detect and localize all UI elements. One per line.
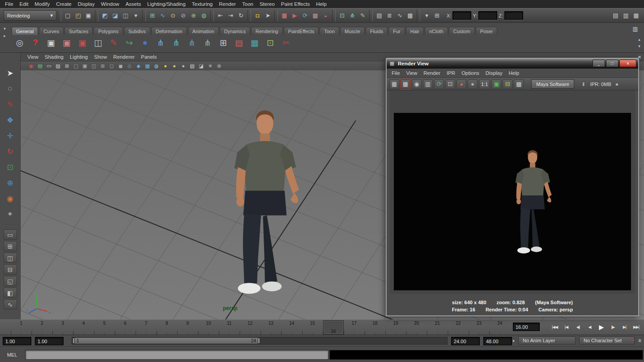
make-live-icon[interactable]: ◍ [199, 10, 209, 21]
shelf-tab-animation[interactable]: Animation [188, 27, 219, 35]
isolate-select-icon[interactable]: ▧ [188, 62, 196, 70]
frame-8[interactable]: 8 [157, 321, 178, 327]
go-to-start-button[interactable]: |◀◀ [549, 322, 560, 332]
render-view-menu-options[interactable]: Options [458, 70, 482, 76]
quick-select-arrow-icon[interactable]: ▾ [422, 10, 432, 21]
frame-10[interactable]: 10 [198, 321, 219, 327]
hypergraph-icon[interactable]: ⋔ [347, 10, 358, 21]
frame-17[interactable]: 17 [344, 321, 365, 327]
render-region-icon[interactable]: ⊡ [445, 79, 455, 89]
toolbar-separator[interactable] [417, 10, 420, 22]
use-default-material-icon[interactable]: ◍ [152, 62, 161, 70]
snap-to-curve-icon[interactable]: ∿ [158, 10, 168, 21]
cut-faces-shelf-icon[interactable]: ✂ [279, 35, 293, 50]
displacement-shelf-icon[interactable]: ⊡ [263, 35, 277, 50]
select-by-hierarchy-icon[interactable]: ◩ [100, 10, 110, 21]
curve-layout-button[interactable]: ∿ [4, 299, 17, 310]
outliner-icon[interactable]: ≣ [384, 10, 395, 21]
ipr-render-icon[interactable]: ▥ [423, 79, 433, 89]
shelf-tab-muscle[interactable]: Muscle [340, 27, 365, 35]
render-current-frame-icon[interactable]: ▶ [290, 10, 300, 21]
launch-render-icon[interactable]: ◒ [320, 10, 331, 21]
frame-21[interactable]: 21 [427, 321, 448, 327]
toon-outline-shelf-icon[interactable]: ↪ [122, 35, 136, 50]
toolbar-separator[interactable] [142, 10, 146, 22]
shadows-icon[interactable]: ● [179, 62, 188, 70]
menu-set-selector[interactable]: Rendering ▾ [4, 10, 56, 21]
two-pane-stacked-layout-button[interactable]: ⊟ [4, 264, 17, 275]
smooth-shade-icon[interactable]: ◆ [134, 62, 143, 70]
panel-menu-view[interactable]: View [24, 54, 42, 60]
shelf-tab-dynamics[interactable]: Dynamics [220, 27, 250, 35]
frame-11[interactable]: 11 [219, 321, 240, 327]
select-by-name-icon[interactable]: ⊞ [432, 10, 442, 21]
toolbar-separator[interactable] [274, 10, 278, 22]
ramp-shader-shelf-icon[interactable]: ▤ [232, 35, 246, 50]
current-frame-indicator[interactable]: 16 [323, 320, 344, 335]
select-camera-icon[interactable]: ◉ [27, 62, 35, 70]
shelf-tab-deformation[interactable]: Deformation [151, 27, 187, 35]
outliner-persp-layout-button[interactable]: ◧ [4, 288, 17, 298]
render-view-menu-view[interactable]: View [403, 70, 421, 76]
render-view-menu-ipr[interactable]: IPR [444, 70, 458, 76]
render-icon[interactable]: ▦ [389, 79, 399, 89]
animation-start-field[interactable]: 1.00 [35, 337, 64, 345]
menu-edit[interactable]: Edit [17, 1, 32, 7]
two-pane-side-layout-button[interactable]: ◫ [4, 253, 17, 263]
menu-lighting-shading[interactable]: Lighting/Shading [144, 1, 189, 7]
select-tool[interactable]: ➤ [3, 66, 18, 80]
shading-node-shelf-icon[interactable]: ⋔ [154, 35, 168, 50]
trash-icon[interactable]: ▥ [630, 24, 640, 34]
graph-editor-icon[interactable]: ∿ [395, 10, 405, 21]
shelf-tab-general[interactable]: General [12, 27, 38, 35]
minimize-button[interactable]: _ [593, 60, 605, 67]
shelf-tab-ncloth[interactable]: nCloth [425, 27, 448, 35]
rgb-channels-icon[interactable]: ◕ [456, 79, 466, 89]
step-forward-key-button[interactable]: |▶ [607, 322, 618, 332]
tool-settings-toggle-icon[interactable]: ▥ [621, 10, 631, 21]
move-tool[interactable]: ✛ [3, 129, 18, 143]
shelf-tab-surfaces[interactable]: Surfaces [64, 27, 93, 35]
safe-title-icon[interactable]: ◼ [116, 62, 125, 70]
gate-mask-icon[interactable]: ◫ [90, 62, 98, 70]
resolution-gate-icon[interactable]: ▣ [81, 62, 89, 70]
camera-aim-shelf-icon[interactable]: ▣ [60, 35, 74, 50]
shelf-tab-selector-icon[interactable]: ▾ [1, 26, 8, 32]
soft-mod-tool[interactable]: ◉ [3, 191, 18, 206]
lighting-default-icon[interactable]: ● [170, 62, 179, 70]
alpha-channel-icon[interactable]: ● [468, 79, 478, 89]
menu-display[interactable]: Display [75, 1, 98, 7]
frame-24[interactable]: 24 [490, 321, 511, 327]
attribute-editor-toggle-icon[interactable]: ▤ [610, 10, 621, 21]
frame-15[interactable]: 15 [302, 321, 323, 327]
playback-start-field[interactable]: 1.00 [3, 337, 31, 345]
panel-menu-show[interactable]: Show [91, 54, 110, 60]
panel-menu-panels[interactable]: Panels [138, 54, 160, 60]
bookmark-icon[interactable]: ▭ [45, 62, 53, 70]
visor-icon[interactable]: ▤ [374, 10, 384, 21]
shelf-tab-curves[interactable]: Curves [39, 27, 64, 35]
snap-to-projected-center-icon[interactable]: ⊘ [178, 10, 188, 21]
render-settings-icon[interactable]: ▩ [310, 10, 320, 21]
shelf-menu-icon[interactable]: ▸ [1, 33, 8, 39]
menu-file[interactable]: File [2, 1, 17, 7]
scale-tool[interactable]: ⊡ [3, 160, 18, 174]
open-render-view-icon[interactable]: ▦ [279, 10, 290, 21]
frame-4[interactable]: 4 [73, 321, 94, 327]
menu-render[interactable]: Render [216, 1, 239, 7]
menu-assets[interactable]: Assets [122, 1, 144, 7]
shelf-tab-poser[interactable]: Poser [476, 27, 498, 35]
ipr-render-icon[interactable]: ⟳ [300, 10, 310, 21]
dope-sheet-icon[interactable]: ▦ [405, 10, 415, 21]
frame-22[interactable]: 22 [448, 321, 469, 327]
image-plane-icon[interactable]: ▨ [54, 62, 62, 70]
output-connections-icon[interactable]: ⇥ [226, 10, 236, 21]
open-render-settings-icon[interactable]: ▩ [514, 79, 524, 89]
frame-19[interactable]: 19 [385, 321, 406, 327]
layered-shader-shelf-icon[interactable]: ⋔ [169, 35, 183, 50]
lock-selection-icon[interactable]: ◘ [252, 10, 263, 21]
shelf-tab-fur[interactable]: Fur [388, 27, 405, 35]
paint-effects-panel-icon[interactable]: ✎ [358, 10, 368, 21]
menu-create[interactable]: Create [53, 1, 75, 7]
z-input[interactable] [504, 11, 523, 20]
